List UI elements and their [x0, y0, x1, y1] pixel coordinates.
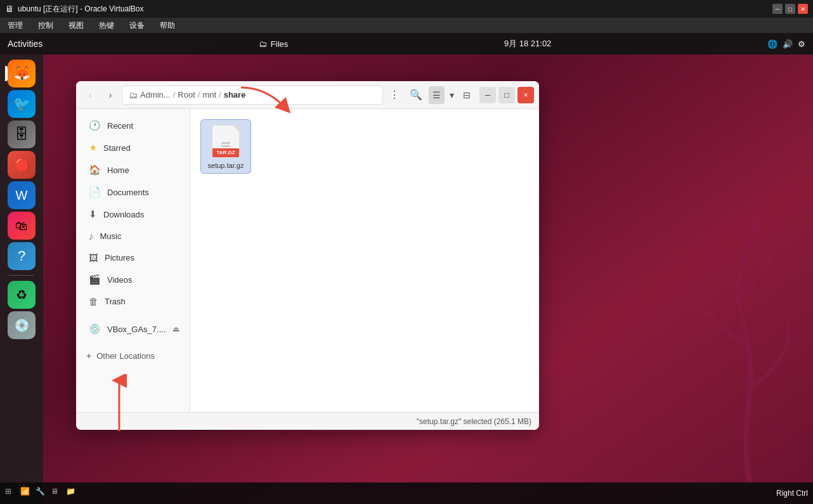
drive-icon: 💿	[89, 323, 101, 335]
menu-hotkey[interactable]: 热键	[96, 19, 117, 32]
statusbar-text: "setup.tar.gz" selected (265.1 MB)	[417, 417, 531, 426]
fm-maximize-button[interactable]: □	[498, 87, 515, 103]
window-controls: ─ □ ×	[479, 87, 534, 103]
battery-icon: ⚙	[798, 39, 805, 49]
sidebar-label-downloads: Downloads	[103, 210, 144, 219]
sidebar-label-documents: Documents	[107, 188, 149, 197]
back-button[interactable]: ‹	[81, 86, 99, 104]
menu-view[interactable]: 视图	[66, 19, 86, 32]
breadcrumb-sep-1: /	[173, 90, 176, 100]
starred-icon: ★	[89, 142, 97, 153]
virtualbox-titlebar: 🖥 ubuntu [正在运行] - Oracle VirtualBox ─ □ …	[0, 0, 813, 18]
files-indicator: 🗂 Files	[259, 39, 288, 49]
files-app-icon: 🗄	[15, 126, 29, 143]
search-icon: 🔍	[410, 89, 422, 101]
pictures-icon: 🖼	[89, 252, 98, 263]
activities-button[interactable]: Activities	[8, 39, 42, 49]
maximize-button[interactable]: □	[785, 4, 795, 14]
list-icon: ☰	[433, 90, 441, 100]
drive-left: 💿 VBox_GAs_7....	[89, 323, 166, 335]
breadcrumb-mnt[interactable]: mnt	[202, 90, 216, 100]
grid-view-button[interactable]: ⊟	[459, 86, 474, 104]
breadcrumb-sep-3: /	[219, 90, 221, 100]
files-icon: 🗂	[259, 39, 267, 49]
view-controls: ☰ ▾ ⊟	[429, 86, 474, 104]
fm-close-button[interactable]: ×	[517, 87, 534, 103]
music-icon: ♪	[89, 231, 94, 242]
trash-icon: 🗑	[89, 296, 98, 307]
sidebar-item-pictures[interactable]: 🖼 Pictures	[79, 247, 187, 268]
svg-rect-1	[221, 145, 230, 147]
tray-icon-3: 🔧	[36, 487, 48, 500]
breadcrumb-sep-2: /	[198, 90, 200, 100]
rhythmbox-icon: 🔴	[14, 157, 30, 172]
file-item-setup[interactable]: TAR.GZ setup.tar.gz	[200, 119, 251, 174]
list-dropdown-button[interactable]: ▾	[446, 86, 458, 104]
tray-icon-2: 📶	[20, 487, 33, 500]
grid-icon: ⊟	[463, 90, 471, 100]
dock-thunderbird[interactable]: 🐦	[8, 90, 36, 118]
sidebar-label-trash: Trash	[105, 297, 126, 306]
tray-icon-4: 🖥	[51, 487, 63, 500]
sidebar-item-other[interactable]: + Other Locations	[76, 346, 190, 366]
file-icon-bg: TAR.GZ	[212, 125, 240, 158]
dock-rhythmbox[interactable]: 🔴	[8, 151, 36, 179]
sidebar-item-videos[interactable]: 🎬 Videos	[79, 269, 187, 290]
cd-icon: 💿	[14, 318, 30, 333]
sidebar-item-recent[interactable]: 🕐 Recent	[79, 115, 187, 136]
ubuntu-top-bar: Activities 🗂 Files 9月 18 21:02 🌐 🔊 ⚙	[0, 33, 813, 55]
sidebar-item-starred[interactable]: ★ Starred	[79, 137, 187, 158]
breadcrumb-root[interactable]: Root	[178, 90, 195, 100]
menu-help[interactable]: 帮助	[157, 19, 178, 32]
sidebar-item-music[interactable]: ♪ Music	[79, 226, 187, 247]
sidebar-item-trash[interactable]: 🗑 Trash	[79, 291, 187, 312]
sidebar-item-home[interactable]: 🏠 Home	[79, 159, 187, 181]
more-options-button[interactable]: ⋮	[386, 86, 403, 104]
more-icon: ⋮	[389, 89, 400, 101]
dock-cd[interactable]: 💿	[8, 311, 36, 339]
sidebar-item-vbox[interactable]: 💿 VBox_GAs_7.... ⏏	[79, 318, 187, 340]
clock: 9月 18 21:02	[504, 38, 551, 49]
breadcrumb-share[interactable]: share	[224, 90, 246, 100]
ubuntu-dock: 🦊 🐦 🗄 🔴 W 🛍 ? ♻ 💿 ⠿	[0, 55, 43, 504]
menu-device[interactable]: 设备	[127, 19, 147, 32]
forward-button[interactable]: ›	[101, 86, 119, 104]
file-grid: TAR.GZ setup.tar.gz	[200, 119, 529, 174]
dock-files[interactable]: 🗄	[8, 120, 36, 148]
list-view-button[interactable]: ☰	[429, 86, 445, 104]
dock-writer[interactable]: W	[8, 181, 36, 209]
sidebar-label-home: Home	[107, 165, 129, 175]
file-manager-toolbar: ‹ › 🗂 Admin... / Root / mnt / share ⋮ 🔍 …	[76, 81, 539, 109]
close-button[interactable]: ✕	[798, 4, 808, 14]
back-icon: ‹	[89, 90, 92, 100]
menu-control[interactable]: 控制	[36, 19, 56, 32]
window-title: 🖥 ubuntu [正在运行] - Oracle VirtualBox	[5, 4, 144, 15]
downloads-icon: ⬇	[89, 209, 97, 220]
recycle-icon: ♻	[16, 287, 27, 302]
sidebar-item-documents[interactable]: 📄 Documents	[79, 181, 187, 203]
folder-icon: 🗂	[129, 90, 138, 100]
videos-icon: 🎬	[89, 274, 101, 285]
window-controls[interactable]: ─ □ ✕	[772, 4, 808, 14]
file-area: TAR.GZ setup.tar.gz	[190, 109, 539, 412]
search-button[interactable]: 🔍	[406, 85, 426, 105]
sidebar-label-pictures: Pictures	[105, 253, 134, 262]
eject-button[interactable]: ⏏	[172, 323, 179, 335]
fm-minimize-button[interactable]: ─	[479, 87, 496, 103]
dock-recycle[interactable]: ♻	[8, 281, 36, 309]
maximize-icon: □	[504, 91, 509, 100]
sidebar-item-downloads[interactable]: ⬇ Downloads	[79, 204, 187, 225]
minimize-button[interactable]: ─	[772, 4, 783, 14]
menu-manage[interactable]: 管理	[5, 19, 25, 32]
documents-icon: 📄	[89, 186, 101, 198]
dock-help[interactable]: ?	[8, 242, 36, 270]
other-plus-icon: +	[86, 351, 91, 361]
dock-firefox[interactable]: 🦊	[8, 60, 36, 87]
dock-appstore[interactable]: 🛍	[8, 212, 36, 240]
network-icon: 🌐	[767, 39, 777, 49]
breadcrumb-admin[interactable]: Admin...	[140, 90, 171, 100]
statusbar: "setup.tar.gz" selected (265.1 MB)	[76, 412, 539, 430]
sidebar-label-vbox: VBox_GAs_7....	[107, 325, 166, 334]
help-icon: ?	[18, 248, 25, 264]
right-ctrl-label: Right Ctrl	[776, 489, 808, 498]
